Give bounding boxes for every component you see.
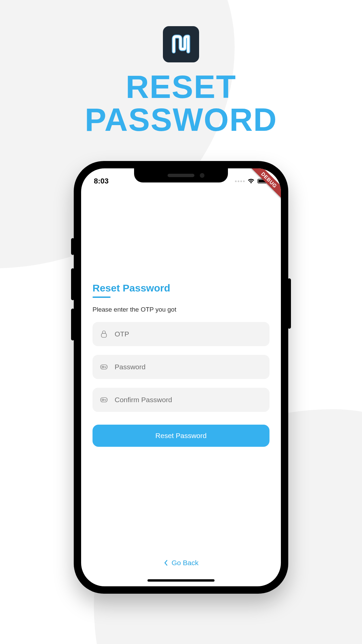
svg-point-5 [102,366,104,368]
otp-input[interactable] [115,330,263,338]
hero-title: RESET PASSWORD [0,70,362,136]
reset-password-button[interactable]: Reset Password [93,425,269,447]
svg-rect-3 [101,333,106,337]
password-input[interactable] [115,363,263,371]
phone-mockup: DEBUG 8:03 [74,161,288,594]
confirm-password-field[interactable] [93,388,269,412]
phone-camera [200,173,204,178]
svg-point-9 [102,399,104,401]
key-icon [99,395,109,405]
app-logo-mark-icon [169,32,193,56]
phone-power-button [288,278,291,329]
home-indicator [147,579,215,582]
phone-screen: DEBUG 8:03 [81,168,281,586]
cellular-signal-icon [235,180,245,182]
phone-volume-down [71,309,74,340]
app-body: Reset Password Please enter the OTP you … [81,168,281,586]
lock-icon [99,329,109,339]
phone-notch [134,168,228,182]
form-title: Reset Password [93,282,269,294]
status-time: 8:03 [94,177,109,185]
phone-volume-up [71,268,74,300]
phone-speaker [168,174,194,177]
otp-field[interactable] [93,322,269,346]
form-subtitle: Please enter the OTP you got [93,306,269,313]
key-icon [99,362,109,372]
phone-silence-switch [71,238,74,255]
go-back-label: Go Back [172,559,199,567]
reset-password-form: Reset Password Please enter the OTP you … [93,282,269,447]
app-logo [163,26,199,62]
chevron-left-icon [164,559,168,566]
confirm-password-input[interactable] [115,396,263,404]
form-title-underline [93,297,111,298]
wifi-icon [247,178,255,184]
go-back-button[interactable]: Go Back [81,559,281,567]
password-field[interactable] [93,355,269,379]
